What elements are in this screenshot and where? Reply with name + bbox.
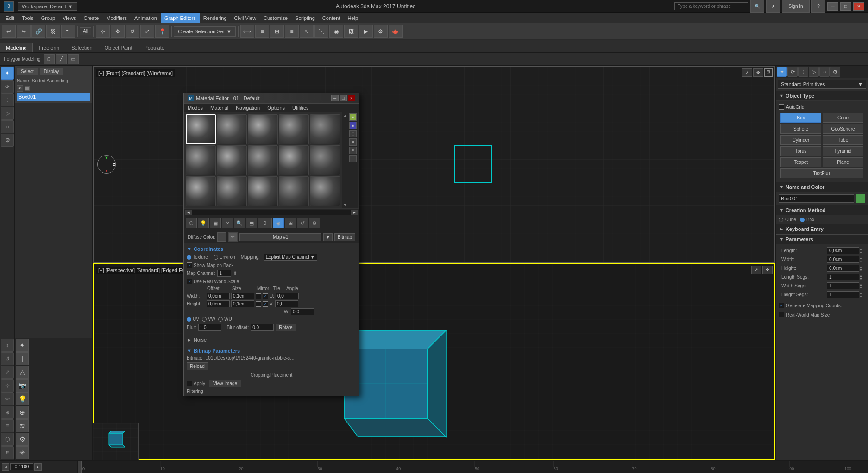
mat-ctrl-pick[interactable]: 🔍 [234, 218, 245, 228]
help-icon[interactable]: ? [811, 0, 825, 13]
vp-zoom-icon[interactable]: ⤢ [742, 68, 752, 77]
poly-icon[interactable]: ▭ [68, 54, 79, 64]
sidebar-rotate2[interactable]: ↺ [1, 352, 14, 365]
mat-sphere-10[interactable] [310, 145, 340, 175]
render2-icon[interactable]: ▶ [359, 25, 373, 38]
sidebar-edit[interactable]: ✏ [1, 392, 14, 405]
menu-graph-editors[interactable]: Graph Editors [161, 13, 200, 23]
rotate-button[interactable]: Rotate [276, 324, 296, 331]
color-tool-2[interactable]: ■ [349, 122, 357, 129]
mat-ctrl-options[interactable]: ⚙ [309, 218, 320, 228]
uv-radio-btn[interactable] [187, 317, 191, 322]
helper-btn[interactable]: ⊕ [16, 406, 29, 419]
height-param-input[interactable]: 0,0cm [827, 265, 859, 272]
rp-tab-display[interactable]: ○ [819, 67, 830, 77]
mat-hscroll-right[interactable]: ► [351, 210, 358, 215]
height-offset-input[interactable]: 0,0cm [207, 300, 230, 307]
tab-selection[interactable]: Selection [65, 43, 98, 52]
tube-btn[interactable]: Tube [823, 135, 863, 145]
bitmap-button[interactable]: Bitmap [334, 233, 355, 241]
menu-tools[interactable]: Tools [18, 13, 38, 23]
color-tool-3[interactable]: ⊞ [349, 130, 357, 137]
mat-ctrl-reset[interactable]: ↺ [297, 218, 308, 228]
mat-minimize-button[interactable]: ─ [331, 95, 339, 101]
length-segs-input[interactable]: 1 [827, 274, 859, 280]
settings-icon[interactable]: ⚙ [374, 25, 388, 38]
parameters-header[interactable]: ▼ Parameters [776, 235, 868, 244]
sidebar-extra[interactable]: ≋ [1, 446, 14, 459]
show-map-back-checkbox[interactable] [187, 262, 192, 268]
height-segs-spinners[interactable]: ▲ ▼ [859, 292, 862, 298]
mat-ctrl-show2[interactable]: ⊞ [285, 218, 296, 228]
keyboard-entry-header[interactable]: ► Keyboard Entry [776, 224, 868, 234]
cube-radio-btn[interactable] [779, 218, 783, 222]
timeline-handle[interactable] [78, 461, 82, 473]
vp-bottom-pan[interactable]: ✥ [762, 266, 773, 274]
diffuse-type-dropdown[interactable]: ▼ [323, 233, 333, 241]
realworld-map-checkbox[interactable] [779, 312, 784, 317]
mat-sphere-9[interactable] [279, 145, 309, 175]
sidebar-modify[interactable]: ⟳ [1, 80, 14, 93]
width-mirror-checkbox[interactable] [256, 293, 261, 299]
height-down[interactable]: ▼ [859, 268, 862, 272]
mat-hscroll-left[interactable]: ◄ [185, 210, 192, 215]
mat-ctrl-light[interactable]: 💡 [198, 218, 209, 228]
width-segs-spinners[interactable]: ▲ ▼ [859, 283, 862, 289]
apply-checkbox[interactable] [187, 381, 192, 386]
workspace-selector[interactable]: Workspace: Default ▼ [18, 2, 77, 11]
bone-btn[interactable]: | [16, 352, 29, 365]
box-radio-group[interactable]: Box [800, 217, 814, 222]
render-icon[interactable]: 🖼 [344, 25, 358, 38]
width-segs-input[interactable]: 1 [827, 282, 859, 289]
vp-layout-icon[interactable]: ⊞ [764, 68, 773, 77]
sign-in-btn[interactable]: Sign In [782, 0, 810, 13]
cube-radio-group[interactable]: Cube [779, 217, 796, 222]
torus-btn[interactable]: Torus [780, 146, 821, 156]
display-button[interactable]: Display [40, 68, 63, 75]
length-segs-down[interactable]: ▼ [859, 277, 862, 280]
color-tool-4[interactable]: ⊕ [349, 138, 357, 146]
mat-sphere-8[interactable] [248, 145, 278, 175]
mat-menu-modes[interactable]: Modes [184, 104, 207, 112]
mat-sphere-12[interactable] [217, 176, 247, 206]
bookmark-icon[interactable]: ★ [766, 0, 780, 13]
height-segs-input[interactable]: 1 [827, 291, 859, 298]
realworld-scale-row[interactable]: Use Real-World Scale [187, 278, 356, 285]
blur-offset-input[interactable]: 0,0 [251, 324, 274, 331]
particle-btn[interactable]: ✳ [16, 446, 29, 459]
mat-ctrl-sample[interactable]: ⬡ [186, 218, 197, 228]
unlink-icon[interactable]: ⛓ [46, 25, 60, 38]
mat-sphere-2[interactable] [217, 114, 247, 144]
box-btn[interactable]: Box [780, 113, 821, 123]
mat-sphere-3[interactable] [248, 114, 278, 144]
close-button[interactable]: ✕ [853, 2, 864, 11]
height-mirror-checkbox[interactable] [256, 301, 261, 307]
select-button[interactable]: Select [17, 68, 38, 75]
menu-group[interactable]: Group [38, 13, 59, 23]
time-display[interactable]: 0 / 100 [10, 463, 33, 470]
bind-icon[interactable]: 〜 [61, 25, 75, 38]
rp-tab-create[interactable]: ✦ [777, 67, 787, 77]
menu-civil-view[interactable]: Civil View [231, 13, 260, 23]
grid-icon[interactable]: ⊞ [270, 25, 284, 38]
menu-create[interactable]: Create [80, 13, 102, 23]
menu-content[interactable]: Content [319, 13, 344, 23]
height-segs-down[interactable]: ▼ [859, 295, 862, 298]
view-image-button[interactable]: View Image [209, 380, 241, 387]
texture-radio[interactable]: Texture [187, 255, 208, 260]
mapping-dropdown[interactable]: Explicit Map Channel ▼ [264, 254, 317, 261]
redo-icon[interactable]: ↪ [17, 25, 31, 38]
apply-checkbox-label[interactable]: Apply [187, 381, 205, 386]
sidebar-display[interactable]: ○ [1, 120, 14, 133]
menu-scripting[interactable]: Scripting [291, 13, 319, 23]
mat-sphere-5[interactable] [310, 114, 340, 144]
space-warp-btn[interactable]: ≋ [16, 419, 29, 432]
create-btn[interactable]: ✦ [16, 339, 29, 352]
height-up[interactable]: ▲ [859, 265, 862, 268]
tab-object-paint[interactable]: Object Paint [99, 43, 138, 52]
move-icon[interactable]: ✥ [111, 25, 125, 38]
mat-scroll-down[interactable]: ▼ [343, 203, 347, 207]
object-color-swatch[interactable] [856, 194, 865, 203]
sphere-btn[interactable]: Sphere [780, 124, 821, 134]
mat-ctrl-num[interactable]: 0 [258, 218, 272, 228]
